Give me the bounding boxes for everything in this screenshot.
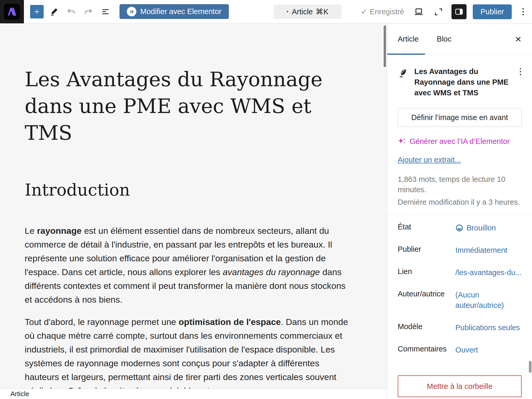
elementor-button-label: Modifier avec Elementor [140, 7, 222, 16]
text-run: . Dans un monde où chaque mètre carré co… [25, 317, 348, 396]
template-button[interactable]: Publications seules [455, 322, 520, 333]
intro-heading-block[interactable]: Introduction [25, 179, 351, 201]
field-label: Publier [398, 245, 455, 254]
field-row-status: État Brouillon [398, 223, 522, 233]
text-run: Le [25, 226, 37, 236]
editor-canvas: Les Avantages du Rayonnage dans une PME … [0, 24, 387, 399]
tools-pencil-button[interactable] [47, 5, 61, 18]
post-title-line: dans une PME avec WMS et [25, 93, 351, 119]
saved-status-button[interactable]: ✓ Enregistré [361, 7, 404, 16]
document-bar[interactable]: · Article ⌘K [274, 4, 342, 19]
bold-text-run: rayonnage [37, 226, 82, 236]
field-row-publish: Publier Immédiatement [398, 245, 522, 255]
post-summary-card: Les Avantages du Rayonnage dans une PME … [398, 66, 522, 98]
paragraph-block[interactable]: Tout d'abord, le rayonnage permet une op… [25, 315, 351, 398]
block-breadcrumb-bar: Article [0, 389, 387, 399]
draft-status-icon [455, 224, 463, 232]
paragraph-block[interactable]: Le rayonnage est un élément essentiel da… [25, 224, 351, 307]
site-logo-icon [4, 4, 20, 20]
close-sidebar-button[interactable]: ✕ [512, 24, 525, 55]
post-title-line: Les Avantages du Rayonnage [25, 66, 351, 93]
topbar-right-group: ✓ Enregistré Publ [361, 0, 528, 23]
sidebar-tabs-header: Article Bloc ✕ [387, 24, 532, 55]
set-featured-image-button[interactable]: Définir l’image mise en avant [398, 108, 522, 127]
permalink-button[interactable]: /les-avantages-du... [455, 267, 522, 278]
field-row-link: Lien /les-avantages-du... [398, 267, 522, 278]
check-icon: ✓ [361, 7, 367, 16]
text-run: Tout d'abord, le rayonnage permet une [25, 317, 178, 327]
post-leaf-icon [398, 67, 409, 98]
command-k-shortcut: ⌘K [316, 7, 329, 16]
add-excerpt-link[interactable]: Ajouter un extrait... [398, 156, 461, 164]
elementor-icon [127, 7, 136, 16]
post-content: Les Avantages du Rayonnage dans une PME … [25, 66, 351, 398]
comments-status-button[interactable]: Ouvert [455, 345, 478, 355]
saved-label: Enregistré [370, 8, 404, 16]
ai-sparkle-icon [398, 137, 406, 145]
word-count-line: 1,863 mots, temps de lecture 10 minutes. [398, 174, 522, 195]
options-kebab-button[interactable] [518, 4, 528, 19]
post-title-block[interactable]: Les Avantages du Rayonnage dans une PME … [25, 66, 351, 146]
add-block-button[interactable] [30, 5, 44, 18]
settings-sidebar-toggle[interactable] [451, 4, 467, 19]
site-icon-button[interactable] [0, 0, 24, 23]
canvas-scrollbar-thumb[interactable] [384, 25, 386, 67]
status-value-label: Brouillon [467, 223, 496, 233]
field-label: Commentaires [398, 345, 455, 353]
sidebar-scrollbar-thumb[interactable] [529, 361, 531, 373]
sidebar-body: Les Avantages du Rayonnage dans une PME … [387, 66, 532, 399]
tab-bloc[interactable]: Bloc [437, 35, 451, 43]
last-modified-line: Dernière modification il y a 3 heures. [398, 197, 522, 207]
italic-text-run: avantages du rayonnage [223, 267, 320, 277]
post-actions-kebab[interactable] [519, 66, 522, 78]
publish-date-button[interactable]: Immédiatement [455, 245, 507, 255]
sidebar-post-title: Les Avantages du Rayonnage dans une PME … [414, 66, 514, 98]
generate-with-ai-link[interactable]: Générer avec l’IA d’Elementor [398, 137, 522, 146]
active-tab-indicator [387, 54, 425, 55]
author-select[interactable]: (Aucun auteur/autrice) [455, 290, 515, 310]
field-label: Auteur/autrice [398, 290, 455, 298]
field-label: État [398, 223, 455, 231]
edit-with-elementor-button[interactable]: Modifier avec Elementor [119, 4, 229, 19]
redo-button[interactable] [82, 5, 95, 18]
undo-button[interactable] [64, 5, 78, 18]
field-row-author: Auteur/autrice (Aucun auteur/autrice) [398, 290, 522, 310]
field-row-comments: Commentaires Ouvert [398, 345, 522, 355]
settings-sidebar: Article Bloc ✕ Les Avantages du Rayonnag… [387, 24, 532, 399]
post-status-fields: État Brouillon Publier Immédiatement Lie… [398, 223, 522, 355]
post-title-line: TMS [25, 119, 351, 146]
breadcrumb-article[interactable]: Article [10, 390, 29, 398]
tab-article[interactable]: Article [398, 35, 419, 43]
bold-text-run: optimisation de l'espace [178, 317, 281, 327]
publish-button[interactable]: Publier [473, 4, 512, 19]
status-value-button[interactable]: Brouillon [455, 223, 496, 233]
document-bar-title: Article [292, 8, 313, 16]
field-label: Modèle [398, 322, 455, 331]
field-label: Lien [398, 267, 455, 276]
document-overview-button[interactable] [99, 5, 112, 18]
section-divider [387, 215, 532, 215]
document-bar-dot: · [287, 8, 289, 16]
wordpress-editor: Modifier avec Elementor · Article ⌘K ✓ E… [0, 0, 532, 399]
generate-ai-label: Générer avec l’IA d’Elementor [410, 137, 510, 146]
preview-button[interactable] [412, 5, 425, 18]
editor-tools [30, 5, 112, 18]
field-row-template: Modèle Publications seules [398, 322, 522, 333]
move-to-trash-button[interactable]: Mettre à la corbeille [398, 375, 522, 397]
editor-topbar: Modifier avec Elementor · Article ⌘K ✓ E… [0, 0, 532, 23]
word-count-info: 1,863 mots, temps de lecture 10 minutes.… [398, 174, 522, 207]
fullscreen-button[interactable] [432, 5, 445, 18]
